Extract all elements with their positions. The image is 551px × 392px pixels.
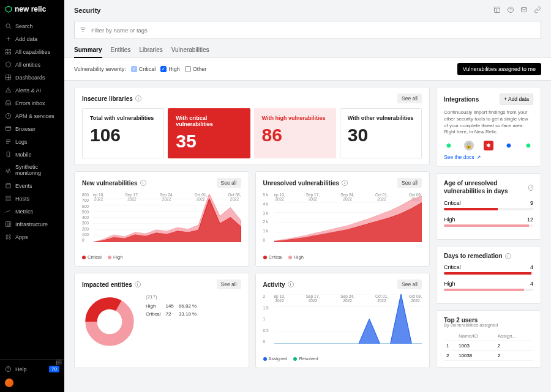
logs-icon bbox=[5, 138, 12, 145]
svg-rect-3 bbox=[6, 52, 7, 54]
sidebar-item-logs[interactable]: Logs bbox=[0, 135, 64, 148]
stat-card[interactable]: With other vulnerabilities30 bbox=[340, 108, 422, 158]
sidebar-item-events[interactable]: Events bbox=[0, 179, 64, 192]
alert-icon bbox=[5, 87, 12, 94]
sidebar-item-browser[interactable]: Browser bbox=[0, 122, 64, 135]
add-data-button[interactable]: +Add data bbox=[500, 94, 533, 105]
apm-icon bbox=[5, 113, 12, 119]
info-icon[interactable]: i bbox=[140, 180, 146, 186]
svg-point-0 bbox=[6, 24, 10, 28]
info-icon[interactable]: i bbox=[135, 95, 141, 102]
table-row[interactable]: 2100382 bbox=[444, 351, 533, 361]
apps-icon bbox=[5, 234, 12, 240]
avatar[interactable] bbox=[5, 379, 13, 387]
tab-summary[interactable]: Summary bbox=[74, 44, 102, 58]
info-icon[interactable]: i bbox=[135, 281, 141, 287]
sidebar-item-all-entities[interactable]: All entities bbox=[0, 58, 64, 71]
hex-icon bbox=[5, 61, 12, 68]
stat-card[interactable]: With high vulnerabilities86 bbox=[254, 108, 336, 158]
metrics-icon bbox=[5, 208, 12, 215]
dashboard-icon[interactable] bbox=[493, 5, 501, 16]
sidebar-item-synthetic-monitoring[interactable]: Synthetic monitoring bbox=[0, 161, 64, 179]
see-all-button[interactable]: See all bbox=[217, 279, 241, 289]
help-top-icon[interactable] bbox=[507, 5, 514, 16]
filter-search[interactable] bbox=[74, 21, 541, 39]
integration-icon[interactable]: ⬢ bbox=[523, 141, 533, 150]
share-icon[interactable] bbox=[534, 5, 541, 16]
svg-rect-18 bbox=[495, 7, 500, 13]
svg-rect-10 bbox=[6, 196, 10, 198]
sidebar-item-dashboards[interactable]: Dashboards bbox=[0, 71, 64, 84]
integration-icon[interactable]: ⬣ bbox=[504, 141, 514, 150]
sidebar-help-label: Help bbox=[15, 366, 27, 372]
svg-rect-2 bbox=[9, 49, 10, 51]
mobile-icon bbox=[5, 151, 12, 158]
svg-rect-12 bbox=[6, 221, 10, 226]
svg-point-16 bbox=[9, 237, 10, 239]
check-critical[interactable]: ✓Critical bbox=[131, 66, 156, 72]
see-all-button[interactable]: See all bbox=[397, 94, 422, 103]
filter-icon bbox=[80, 24, 86, 35]
browser-icon bbox=[5, 125, 12, 132]
sidebar-item-infrastructure[interactable]: Infrastructure bbox=[0, 218, 64, 231]
svg-point-14 bbox=[9, 235, 10, 237]
tab-libraries[interactable]: Libraries bbox=[139, 44, 162, 57]
info-icon[interactable]: i bbox=[505, 253, 511, 259]
mail-icon[interactable] bbox=[520, 5, 528, 16]
see-all-button[interactable]: See all bbox=[217, 178, 241, 188]
donut-chart bbox=[82, 294, 137, 349]
svg-rect-9 bbox=[6, 183, 10, 188]
sidebar-item-all-capabilities[interactable]: All capabilities bbox=[0, 45, 64, 58]
info-icon[interactable]: i bbox=[528, 185, 533, 191]
dashboard-icon bbox=[5, 74, 12, 81]
integrations-card: Integrations +Add data Continuously impo… bbox=[436, 87, 541, 167]
see-all-button[interactable]: See all bbox=[397, 178, 422, 188]
table-row[interactable]: 110032 bbox=[444, 341, 533, 351]
svg-rect-11 bbox=[6, 199, 10, 201]
sidebar-item-metrics[interactable]: Metrics bbox=[0, 205, 64, 218]
help-badge: 70 bbox=[49, 366, 59, 372]
assigned-to-me-button[interactable]: Vulnerabilities assigned to me bbox=[457, 63, 541, 75]
sidebar-item-hosts[interactable]: Hosts bbox=[0, 192, 64, 205]
integration-icon[interactable]: ⬢ bbox=[444, 141, 454, 150]
sidebar-item-search[interactable]: Search bbox=[0, 20, 64, 32]
main-panel: Security SummaryEntitiesLibrariesVulnera… bbox=[64, 0, 551, 392]
new-vulnerabilities-card: New vulnerabilitiesi See all 80070060050… bbox=[74, 171, 249, 267]
tab-vulnerabilities[interactable]: Vulnerabilities bbox=[171, 44, 209, 57]
brand-name: new relic bbox=[15, 5, 46, 13]
insecure-libraries-card: Insecure librariesi See all Total with v… bbox=[74, 87, 430, 165]
sidebar-collapse[interactable]: |← bbox=[56, 359, 62, 365]
tabs: SummaryEntitiesLibrariesVulnerabilities bbox=[64, 44, 551, 58]
see-all-button[interactable]: See all bbox=[397, 279, 422, 289]
sidebar-help[interactable]: Help bbox=[5, 366, 27, 372]
svg-rect-4 bbox=[9, 52, 10, 54]
integration-icon[interactable]: 🔒 bbox=[464, 141, 474, 150]
sidebar-item-mobile[interactable]: Mobile bbox=[0, 148, 64, 161]
info-icon[interactable]: i bbox=[342, 180, 348, 186]
sidebar-item-alerts-ai[interactable]: Alerts & AI bbox=[0, 84, 64, 97]
search-input[interactable] bbox=[91, 27, 536, 34]
stat-card[interactable]: Total with vulnerabilities106 bbox=[82, 108, 164, 158]
impacted-entities-card: Impacted entitiesi See all (217) bbox=[74, 273, 249, 368]
infra-icon bbox=[5, 221, 12, 227]
activity-card: Activityi See all 21.510.50ep 10,2022Sep… bbox=[255, 273, 430, 368]
sidebar-item-add-data[interactable]: Add data bbox=[0, 32, 64, 45]
sidebar-item-errors-inbox[interactable]: Errors inbox bbox=[0, 97, 64, 109]
check-other[interactable]: Other bbox=[185, 66, 207, 72]
svg-point-13 bbox=[6, 235, 8, 237]
svg-rect-20 bbox=[522, 8, 527, 12]
events-icon bbox=[5, 182, 12, 189]
sidebar-item-apps[interactable]: Apps bbox=[0, 231, 64, 243]
help-icon bbox=[5, 366, 12, 372]
docs-link[interactable]: See the docs↗ bbox=[444, 154, 533, 160]
hosts-icon bbox=[5, 195, 12, 202]
top-users-card: Top 2 users By vulnerabilities assigned … bbox=[436, 310, 541, 368]
plus-icon bbox=[5, 35, 12, 42]
sidebar-item-apm-services[interactable]: APM & services bbox=[0, 109, 64, 122]
info-icon[interactable]: i bbox=[288, 281, 294, 287]
tab-entities[interactable]: Entities bbox=[111, 44, 131, 57]
brand-logo[interactable]: new relic bbox=[0, 0, 64, 20]
stat-card[interactable]: With critical vulnerabilities35 bbox=[168, 108, 250, 158]
check-high[interactable]: ✓High bbox=[160, 66, 180, 72]
integration-icon[interactable]: ✱ bbox=[484, 141, 493, 150]
